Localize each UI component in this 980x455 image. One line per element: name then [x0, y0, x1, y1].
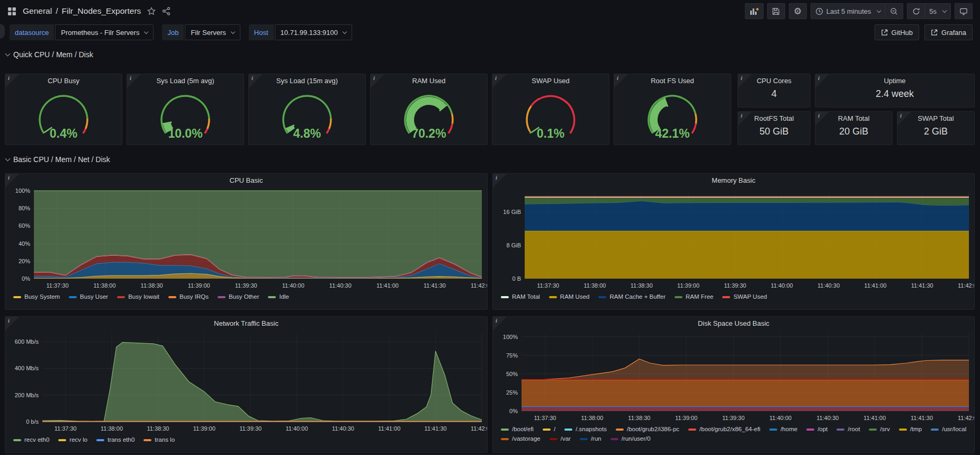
share-dashboard-icon[interactable] — [162, 7, 170, 15]
x-axis-tick: 11:38:00 — [583, 282, 606, 289]
panel-info-icon[interactable]: i — [738, 112, 752, 126]
chart-legend: recv eth0recv lotrans eth0trans lo — [5, 435, 487, 444]
variable-select-Job[interactable]: Filr Servers — [185, 24, 240, 40]
x-axis-tick: 11:42:00 — [958, 415, 974, 421]
row-header-quick[interactable]: Quick CPU / Mem / Disk — [0, 48, 980, 61]
refresh-interval-button[interactable]: 5s — [925, 3, 951, 19]
save-dashboard-button[interactable] — [767, 3, 785, 19]
legend-item[interactable]: /usr/local — [931, 425, 966, 433]
panel-info-icon[interactable]: i — [371, 74, 384, 88]
x-axis-tick: 11:41:00 — [376, 282, 399, 289]
legend-item[interactable]: RAM Used — [549, 293, 590, 301]
legend-label: /boot/grub2/x86_64-efi — [699, 425, 760, 433]
gauge-panel-sys-load-5m-avg-: iSys Load (5m avg)10.0% — [127, 74, 244, 145]
panel-info-icon[interactable]: i — [897, 112, 911, 126]
legend-item[interactable]: /home — [769, 425, 797, 433]
variable-select-Host[interactable]: 10.71.99.133:9100 — [275, 24, 352, 40]
legend-color-swatch — [96, 439, 104, 441]
legend-item[interactable]: /root — [837, 425, 860, 433]
x-axis-tick: 11:37:30 — [534, 415, 556, 421]
panel-title[interactable]: Uptime — [815, 74, 974, 87]
panel-info-icon[interactable]: i — [5, 317, 19, 331]
grafana-link-button[interactable]: Grafana — [924, 24, 973, 40]
legend-item[interactable]: Busy IRQs — [168, 293, 209, 301]
chart-disk: 0%25%50%75%100%11:37:3011:38:0011:38:301… — [494, 329, 974, 425]
legend-item[interactable]: recv lo — [58, 436, 87, 444]
legend-item[interactable]: Busy Other — [218, 293, 259, 301]
panel-title[interactable]: Sys Load (15m avg) — [249, 74, 365, 87]
refresh-button[interactable] — [907, 3, 925, 19]
legend-item[interactable]: /var — [550, 435, 571, 443]
panel-info-icon[interactable]: i — [492, 74, 506, 88]
legend-item[interactable]: recv eth0 — [13, 436, 49, 444]
panel-title[interactable]: RAM Used — [371, 74, 487, 87]
y-axis-tick: 0% — [509, 408, 518, 414]
time-picker-button[interactable]: Last 5 minutes — [811, 3, 886, 19]
y-axis-tick: 100% — [503, 334, 518, 340]
panel-title[interactable]: CPU Basic — [5, 174, 487, 186]
panel-title[interactable]: Disk Space Used Basic — [493, 317, 974, 329]
panel-info-icon[interactable]: i — [5, 74, 19, 88]
y-axis-tick: 0 B — [512, 275, 521, 282]
row-header-basic[interactable]: Basic CPU / Mem / Net / Disk — [0, 153, 980, 166]
panel-title[interactable]: CPU Busy — [5, 74, 122, 87]
legend-item[interactable]: /vastorage — [501, 435, 541, 443]
legend-color-swatch — [117, 296, 125, 298]
legend-item[interactable]: /boot/grub2/x86_64-efi — [688, 425, 760, 433]
panel-info-icon[interactable]: i — [5, 174, 19, 188]
legend-color-swatch — [899, 429, 907, 431]
panel-title[interactable]: Memory Basic — [493, 174, 974, 186]
legend-item[interactable]: RAM Free — [675, 293, 713, 301]
legend-item[interactable]: /run — [580, 435, 601, 443]
legend-item[interactable]: /boot/efi — [501, 425, 534, 433]
panel-title[interactable]: Root FS Used — [614, 74, 731, 87]
gauge-panel-swap-used: iSWAP Used0.1% — [492, 74, 609, 145]
panel-info-icon[interactable]: i — [249, 74, 263, 88]
variable-select-datasource[interactable]: Prometheus - Filr Servers — [55, 24, 154, 40]
legend-label: /boot/efi — [512, 425, 534, 433]
legend-item[interactable]: Busy Iowait — [117, 293, 159, 301]
legend-item[interactable]: /srv — [869, 425, 890, 433]
legend-item[interactable]: /opt — [806, 425, 828, 433]
legend-color-swatch — [564, 429, 572, 431]
panel-info-icon[interactable]: i — [738, 74, 752, 88]
dashboards-grid-icon[interactable] — [7, 7, 16, 16]
legend-item[interactable]: SWAP Used — [722, 293, 767, 301]
legend-item[interactable]: trans lo — [143, 436, 175, 444]
kiosk-mode-button[interactable] — [955, 3, 973, 19]
panel-title[interactable]: Sys Load (5m avg) — [127, 74, 244, 87]
github-link-button[interactable]: GitHub — [875, 24, 919, 40]
external-link-icon — [931, 29, 938, 36]
x-axis-tick: 11:38:30 — [631, 282, 653, 289]
panel-title[interactable]: SWAP Used — [492, 74, 609, 87]
legend-item[interactable]: RAM Cache + Buffer — [598, 293, 666, 301]
legend-item[interactable]: /.snapshots — [564, 425, 607, 433]
panel-info-icon[interactable]: i — [493, 317, 507, 331]
legend-item[interactable]: Busy User — [69, 293, 108, 301]
legend-item[interactable]: /boot/grub2/i386-pc — [616, 425, 679, 433]
panel-info-icon[interactable]: i — [815, 74, 829, 88]
legend-item[interactable]: trans eth0 — [96, 436, 134, 444]
dashboard-title[interactable]: General/Filr_Nodes_Exporters — [23, 6, 141, 16]
legend-item[interactable]: Idle — [268, 293, 289, 301]
star-dashboard-icon[interactable] — [147, 7, 156, 15]
dashboard-settings-button[interactable]: ⚙ — [789, 3, 807, 19]
chart-panel-cpu: iCPU Basic0%20%40%60%80%100%11:37:3011:3… — [5, 173, 488, 310]
panel-info-icon[interactable]: i — [127, 74, 141, 88]
x-axis-tick: 11:40:00 — [769, 415, 792, 421]
panel-info-icon[interactable]: i — [493, 174, 507, 188]
panel-info-icon[interactable]: i — [614, 74, 628, 88]
legend-item[interactable]: RAM Total — [501, 293, 540, 301]
panel-title[interactable]: Network Traffic Basic — [5, 317, 487, 329]
legend-item[interactable]: / — [543, 425, 555, 433]
sidebar-toggle-handle[interactable] — [0, 24, 5, 39]
x-axis-tick: 11:40:30 — [817, 282, 840, 289]
panel-info-icon[interactable]: i — [815, 112, 829, 126]
legend-item[interactable]: /run/user/0 — [610, 435, 651, 443]
legend-item[interactable]: Busy System — [13, 293, 60, 301]
zoom-out-time-button[interactable] — [885, 3, 903, 19]
y-axis-tick: 0% — [22, 275, 30, 282]
legend-item[interactable]: /tmp — [899, 425, 922, 433]
add-panel-button[interactable] — [745, 3, 763, 19]
gauge-value: 42.1% — [655, 127, 689, 140]
